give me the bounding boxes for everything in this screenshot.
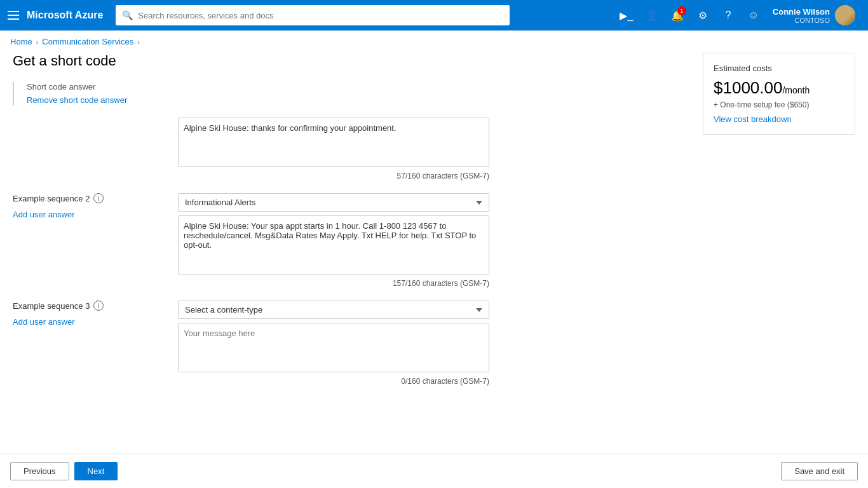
example-2-content-type-select[interactable]: Informational AlertsMarketingTwo-Factor … (178, 193, 489, 212)
cost-sub: + One-time setup fee ($650) (714, 100, 844, 109)
short-code-answer-left (13, 118, 178, 180)
avatar-image (835, 5, 855, 25)
short-code-answer-right: Alpine Ski House: thanks for confirming … (178, 118, 489, 180)
notification-badge: 1 (677, 6, 686, 15)
cost-breakdown-link[interactable]: View cost breakdown (714, 114, 792, 124)
example-2-label-text: Example sequence 2 (13, 194, 90, 203)
help-button[interactable]: ? (717, 4, 740, 27)
cloud-shell-button[interactable]: ▶_ (615, 4, 638, 27)
example-2-info-icon[interactable]: i (93, 193, 104, 203)
cost-title: Estimated costs (714, 64, 844, 73)
settings-button[interactable]: ⚙ (691, 4, 714, 27)
user-menu[interactable]: Connie Wilson CONTOSO (768, 3, 860, 28)
avatar (835, 5, 855, 25)
user-org: CONTOSO (773, 17, 830, 24)
previous-button[interactable]: Previous (10, 462, 69, 480)
example-2-message-textarea[interactable]: Alpine Ski House: Your spa appt starts i… (178, 215, 489, 274)
cost-amount-row: $1000.00/month (714, 78, 844, 98)
user-info: Connie Wilson CONTOSO (773, 7, 830, 24)
breadcrumb: Home › Communication Services › (0, 30, 868, 53)
short-code-label: Short code answer (27, 82, 690, 92)
example-3-label-text: Example sequence 3 (13, 301, 90, 311)
cost-panel: Estimated costs $1000.00/month + One-tim… (703, 53, 855, 135)
next-button[interactable]: Next (74, 462, 118, 480)
example-3-add-user-answer[interactable]: Add user answer (13, 317, 75, 327)
feedback2-button[interactable]: ☺ (742, 4, 765, 27)
feedback-button[interactable]: 👤 (641, 4, 663, 27)
short-code-answer-block: Short code answer Remove short code answ… (13, 82, 690, 105)
notifications-button[interactable]: 🔔 1 (666, 4, 689, 27)
example-2-char-count: 157/160 characters (GSM-7) (178, 279, 489, 288)
short-code-answer-section: Alpine Ski House: thanks for confirming … (13, 118, 690, 180)
footer: Previous Next Save and exit (0, 454, 868, 488)
example-sequence-3-section: Example sequence 3 i Add user answer Sel… (13, 301, 690, 386)
form-area: Get a short code Short code answer Remov… (13, 53, 690, 441)
example-3-left: Example sequence 3 i Add user answer (13, 301, 178, 386)
cost-period: /month (782, 85, 810, 95)
breadcrumb-sep-1: › (36, 38, 39, 46)
search-bar: 🔍 (116, 5, 510, 25)
breadcrumb-service[interactable]: Communication Services (42, 37, 133, 46)
example-3-right: Select a content-typeInformational Alert… (178, 301, 489, 386)
remove-short-code-link[interactable]: Remove short code answer (27, 95, 127, 105)
main-content: Get a short code Short code answer Remov… (0, 53, 868, 454)
cost-amount: $1000.00 (714, 78, 782, 97)
example-2-add-user-answer[interactable]: Add user answer (13, 210, 75, 219)
search-icon: 🔍 (122, 10, 133, 20)
search-input[interactable] (138, 11, 503, 20)
example-3-message-textarea[interactable] (178, 323, 489, 372)
user-name: Connie Wilson (773, 7, 830, 17)
example-2-right: Informational AlertsMarketingTwo-Factor … (178, 193, 489, 288)
example-2-label-row: Example sequence 2 i (13, 193, 165, 203)
example-3-label-row: Example sequence 3 i (13, 301, 165, 311)
example-3-info-icon[interactable]: i (93, 301, 104, 311)
example-3-content-type-select[interactable]: Select a content-typeInformational Alert… (178, 301, 489, 319)
short-code-answer-textarea[interactable]: Alpine Ski House: thanks for confirming … (178, 118, 489, 167)
save-exit-button[interactable]: Save and exit (781, 462, 858, 480)
short-code-char-count: 57/160 characters (GSM-7) (178, 172, 489, 180)
breadcrumb-home[interactable]: Home (10, 37, 32, 46)
example-sequence-2-section: Example sequence 2 i Add user answer Inf… (13, 193, 690, 288)
breadcrumb-sep-2: › (137, 38, 140, 46)
example-2-left: Example sequence 2 i Add user answer (13, 193, 178, 288)
app-logo: Microsoft Azure (27, 10, 103, 21)
topnav-icon-group: ▶_ 👤 🔔 1 ⚙ ? ☺ Connie Wilson CONTOSO (615, 3, 860, 28)
page-title: Get a short code (13, 53, 690, 69)
top-navigation: Microsoft Azure 🔍 ▶_ 👤 🔔 1 ⚙ ? ☺ Connie … (0, 0, 868, 30)
example-3-char-count: 0/160 characters (GSM-7) (178, 377, 489, 386)
hamburger-menu[interactable] (8, 11, 19, 20)
footer-left: Previous Next (10, 462, 118, 480)
